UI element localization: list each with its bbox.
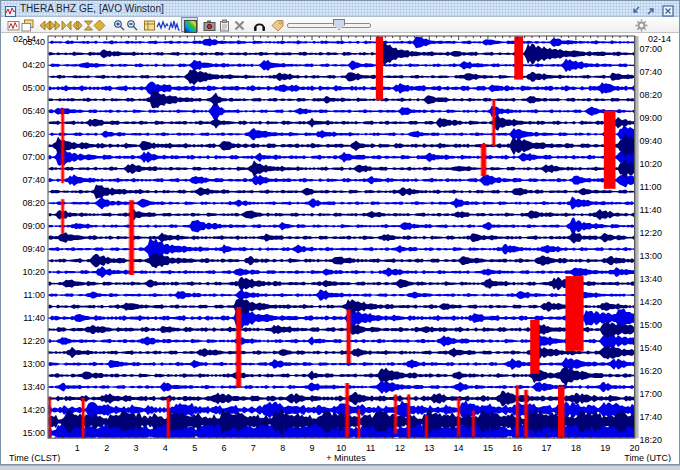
zoom-in-icon[interactable] xyxy=(113,18,126,31)
row-time-label-right: 12:20 xyxy=(640,228,663,238)
right-axis-title: Time (UTC) xyxy=(624,453,671,462)
row-time-label-right: 18:20 xyxy=(640,435,663,445)
minimize-button[interactable] xyxy=(630,3,642,15)
x-tick-label: 9 xyxy=(309,443,314,453)
x-tick-label: 1 xyxy=(75,443,80,453)
desktop-background xyxy=(0,465,680,470)
window-title: THERA BHZ GE, [AVO Winston] xyxy=(20,3,164,14)
x-tick-label: 7 xyxy=(251,443,256,453)
new-window-icon[interactable] xyxy=(21,18,34,31)
row-time-label-left: 07:00 xyxy=(22,152,45,162)
close-view-icon[interactable] xyxy=(233,18,246,31)
row-time-label-right: 13:40 xyxy=(640,274,663,284)
row-time-label-left: 04:20 xyxy=(22,60,45,70)
x-tick-label: 2 xyxy=(104,443,109,453)
spectra-view-icon[interactable] xyxy=(168,18,181,31)
row-time-label-left: 14:20 xyxy=(22,405,45,415)
left-axis-title: Time (CLST) xyxy=(9,453,60,462)
x-tick-label: 4 xyxy=(163,443,168,453)
zoom-slider-thumb[interactable] xyxy=(333,19,345,30)
row-time-label-left: 09:40 xyxy=(22,244,45,254)
row-time-label-left: 07:40 xyxy=(22,175,45,185)
row-time-label-right: 09:40 xyxy=(640,136,663,146)
row-time-label-left: 05:00 xyxy=(22,83,45,93)
helicorder-window-icon xyxy=(5,3,16,14)
x-tick-label: 16 xyxy=(512,443,522,453)
zoom-slider[interactable] xyxy=(287,18,371,31)
x-tick-label: 8 xyxy=(280,443,285,453)
row-time-label-right: 17:40 xyxy=(640,412,663,422)
row-time-label-left: 05:40 xyxy=(22,106,45,116)
helicorder-plot-area: 02-1402-1403:4004:2005:0005:4006:2007:00… xyxy=(1,33,679,462)
row-time-label-right: 10:20 xyxy=(640,159,663,169)
x-tick-label: 11 xyxy=(366,443,375,453)
x-tick-label: 20 xyxy=(630,443,640,453)
maximize-button[interactable] xyxy=(645,3,657,15)
zoom-slider-track[interactable] xyxy=(287,23,371,28)
save-image-icon[interactable] xyxy=(203,18,216,31)
x-tick-label: 5 xyxy=(192,443,197,453)
open-file-icon[interactable] xyxy=(7,18,20,31)
row-time-label-left: 08:20 xyxy=(22,198,45,208)
helicorder-plot[interactable]: 02-1402-1403:4004:2005:0005:4006:2007:00… xyxy=(1,33,679,462)
close-button[interactable] xyxy=(662,3,674,15)
row-time-label-right: 16:20 xyxy=(640,366,663,376)
row-time-label-left: 13:40 xyxy=(22,382,45,392)
row-time-label-left: 11:40 xyxy=(23,313,45,323)
gear-icon[interactable] xyxy=(635,18,648,31)
x-tick-label: 12 xyxy=(395,443,405,453)
row-time-label-right: 11:40 xyxy=(640,205,662,215)
x-tick-label: 15 xyxy=(483,443,493,453)
x-tick-label: 6 xyxy=(221,443,226,453)
row-time-label-right: 07:40 xyxy=(640,67,663,77)
x-tick-label: 13 xyxy=(424,443,434,453)
row-time-label-left: 13:00 xyxy=(22,359,45,369)
expand-amplitude-icon[interactable] xyxy=(93,18,106,31)
row-time-label-left: 06:20 xyxy=(22,129,45,139)
tag-icon[interactable] xyxy=(271,18,284,31)
settings-icon[interactable] xyxy=(143,18,156,31)
x-axis-title: + Minutes xyxy=(326,453,366,462)
row-time-label-left: 03:40 xyxy=(22,37,45,47)
row-time-label-right: 17:00 xyxy=(640,389,663,399)
toolbar xyxy=(1,17,679,33)
x-tick-label: 3 xyxy=(133,443,138,453)
row-time-label-right: 09:00 xyxy=(640,113,663,123)
zoom-out-icon[interactable] xyxy=(126,18,139,31)
picker-icon[interactable] xyxy=(253,18,266,31)
x-tick-label: 17 xyxy=(542,443,552,453)
x-tick-label: 18 xyxy=(571,443,581,453)
copy-icon[interactable] xyxy=(218,18,231,31)
row-time-label-left: 11:00 xyxy=(23,290,45,300)
titlebar[interactable]: THERA BHZ GE, [AVO Winston] xyxy=(1,1,679,17)
spectrogram-view-icon[interactable] xyxy=(181,17,198,32)
row-time-label-right: 14:20 xyxy=(640,297,663,307)
row-time-label-right: 15:00 xyxy=(640,320,663,330)
row-time-label-left: 12:20 xyxy=(22,336,45,346)
row-time-label-right: 07:00 xyxy=(640,44,663,54)
row-time-label-left: 09:00 xyxy=(22,221,45,231)
row-time-label-right: 11:00 xyxy=(640,182,662,192)
row-time-label-right: 15:40 xyxy=(640,343,663,353)
helicorder-frame: THERA BHZ GE, [AVO Winston] xyxy=(0,0,680,465)
x-tick-label: 10 xyxy=(336,443,346,453)
row-time-label-right: 13:00 xyxy=(640,251,663,261)
x-tick-label: 19 xyxy=(600,443,610,453)
row-time-label-right: 08:20 xyxy=(640,90,663,100)
x-tick-label: 14 xyxy=(454,443,464,453)
row-time-label-left: 10:20 xyxy=(22,267,45,277)
date-label-right: 02-14 xyxy=(648,34,671,44)
row-time-label-left: 15:00 xyxy=(22,428,45,438)
